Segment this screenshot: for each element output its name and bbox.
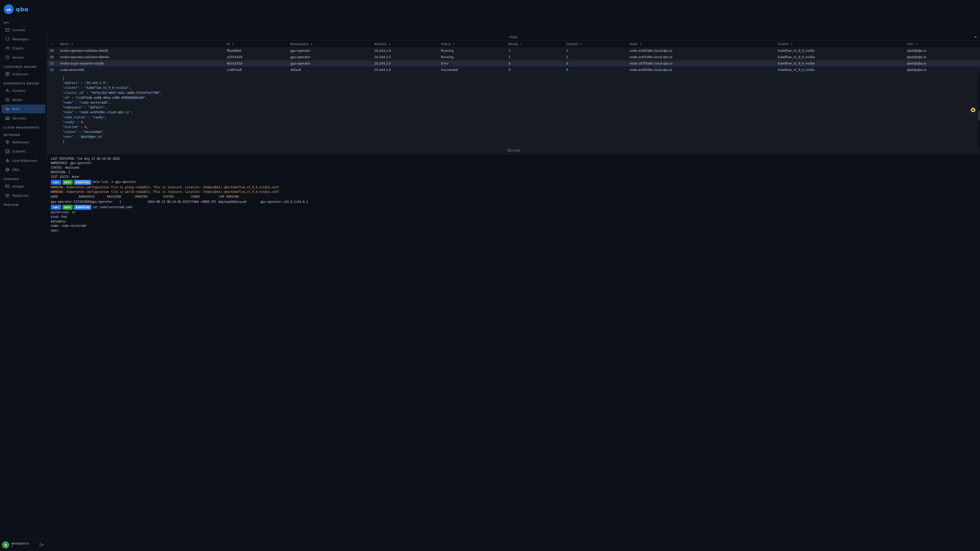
sidebar-item-addresses-label: Addresses (12, 140, 29, 144)
sidebar-item-messages[interactable]: Messages (2, 35, 45, 43)
cell-num: 32 (47, 67, 57, 73)
table-cell: gpu-operator-1723529693 (51, 200, 91, 204)
sidebar-item-version[interactable]: Version (2, 53, 45, 62)
cell-ready: 0 (506, 60, 563, 67)
expand-json-button[interactable]: ● (971, 108, 975, 112)
cell-node: node-ac6f438e.cloud.qbo.io (627, 48, 775, 54)
section-api-label: API (0, 18, 47, 25)
logo-text: qbo (16, 6, 29, 13)
svg-rect-41 (6, 194, 9, 197)
sidebar-item-images-label: Images (12, 184, 24, 188)
sidebar-item-console[interactable]: Console (2, 25, 45, 34)
col-num[interactable]: ↑ (47, 41, 57, 48)
cell-status: Succeeded (438, 67, 506, 73)
sidebar-item-loadbalancers[interactable]: Load Balancers (2, 156, 45, 165)
table-row[interactable]: 32 cuda-vectoradd ccd97ea6 default 10.24… (47, 67, 980, 73)
close-pods-button[interactable]: ✕ (974, 35, 977, 39)
col-ready[interactable]: Ready ↕ (506, 41, 563, 48)
pods-table-body: 29 nvidia-operator-validator-dskd9 f9aad… (47, 48, 980, 73)
cell-name: cuda-vectoradd (57, 67, 224, 73)
sidebar-item-dns[interactable]: DNS (2, 165, 45, 174)
sidebar-item-services[interactable]: Services (2, 114, 45, 122)
cell-ready: 1 (506, 54, 563, 60)
svg-point-3 (8, 47, 9, 48)
svg-point-6 (7, 57, 8, 57)
cell-name: nvidia-dcgm-exporter-vmp8z (57, 60, 224, 67)
sidebar-item-subnets-label: Subnets (12, 149, 26, 153)
cell-started: 1 (564, 54, 627, 60)
svg-rect-9 (6, 74, 7, 76)
svg-line-35 (7, 160, 9, 161)
sidebar-item-instances[interactable]: Instances (2, 70, 45, 78)
json-scrollbar[interactable] (978, 73, 980, 147)
col-started[interactable]: Started ↕ (564, 41, 627, 48)
svg-text:qb: qb (6, 8, 11, 11)
sidebar-item-images[interactable]: Images (2, 182, 45, 191)
table-col-header: APP VERSION (219, 195, 247, 199)
table-row[interactable]: 29 nvidia-operator-validator-dskd9 f9aad… (47, 48, 980, 54)
svg-rect-27 (6, 149, 9, 153)
terminal-line: metadata: (51, 219, 977, 224)
svg-point-26 (7, 141, 8, 143)
col-id[interactable]: Id ↕ (224, 41, 288, 48)
table-cell: deployed (232, 200, 261, 204)
sidebar-item-addresses[interactable]: Addresses (2, 138, 45, 146)
svg-point-31 (7, 161, 8, 162)
sidebar-item-registries[interactable]: Registries (2, 191, 45, 200)
cell-node: node-ac6f438e.cloud.qbo.io (627, 54, 775, 60)
cell-user: qbot@qbo.io (904, 54, 980, 60)
col-address[interactable]: Address ↕ (372, 41, 438, 48)
col-name[interactable]: Name ↕ (57, 41, 224, 48)
svg-rect-18 (6, 98, 9, 101)
sidebar-item-dns-label: DNS (12, 168, 19, 171)
sidebar-item-nodes[interactable]: Nodes (2, 95, 45, 104)
qbo-logo-icon: qb (3, 4, 14, 14)
cell-started: 1 (564, 48, 627, 54)
cell-ready: 1 (506, 48, 563, 54)
sidebar-item-clients-label: Clients (12, 46, 24, 50)
image-icon (5, 184, 10, 189)
terminal-line: REVISION: 1 (51, 170, 977, 175)
col-namespace[interactable]: Namespace ↕ (288, 41, 372, 48)
logout-button[interactable] (39, 541, 45, 548)
cell-id: a2555459 (224, 54, 288, 60)
logo-area: qb qbo (0, 0, 47, 18)
section-preview-label: PREVIEW (0, 200, 47, 207)
cell-node: node-187f0a6d.cloud.qbo.io (627, 60, 775, 67)
svg-point-14 (6, 91, 6, 92)
sidebar-item-pods[interactable]: Pods (2, 105, 45, 113)
prompt-user: qbot (62, 180, 73, 185)
col-node[interactable]: Node ↕ (627, 41, 775, 48)
sidebar-item-clients[interactable]: Clients (2, 44, 45, 52)
json-detail-panel: { "address" : "10.244.1.9", "cluster" : … (47, 73, 980, 147)
user-details: qbot@qbo.io 2 (11, 542, 29, 548)
table-row[interactable]: 31 nvidia-dcgm-exporter-vmp8z 60ce235d g… (47, 60, 980, 67)
cell-name: nvidia-operator-validator-dskd9 (57, 48, 224, 54)
svg-rect-7 (6, 72, 7, 74)
clusters-icon (5, 88, 10, 93)
table-row[interactable]: 30 nvidia-operator-validator-68x4w a2555… (47, 54, 980, 60)
sidebar-item-subnets[interactable]: Subnets (2, 147, 45, 156)
prompt-cmd: cat cuda/vectoradd.yaml (92, 205, 133, 210)
terminal-prompt: (qb) qbot kubeflow helm list -n gpu-oper… (51, 180, 977, 185)
sidebar-item-registries-label: Registries (12, 194, 29, 197)
table-col-header: CHART (191, 195, 219, 199)
col-user[interactable]: User ↕ (904, 41, 980, 48)
table-cell: 2024-08-13 06:14:56.033277464 +0000 UTC … (148, 200, 232, 204)
sidebar-item-messages-label: Messages (12, 37, 29, 41)
cell-ready: 0 (506, 67, 563, 73)
pods-header-bar: Pods ✕ (47, 33, 980, 41)
table-col-header: REVISION (107, 195, 135, 199)
top-panel (47, 0, 980, 33)
table-col-header: UPDATED (135, 195, 163, 199)
pods-title: Pods (359, 35, 668, 39)
terminal-line: STATUS: deployed (51, 165, 977, 170)
col-status[interactable]: Status ↕ (438, 41, 506, 48)
sidebar-item-clusters[interactable]: Clusters (2, 86, 45, 95)
col-cluster[interactable]: Cluster ↕ (775, 41, 904, 48)
terminal-line: apiVersion: v1 (51, 210, 977, 215)
services-icon (5, 116, 10, 121)
terminal-header: Terminal (47, 147, 980, 154)
cell-address: 10.244.1.4 (372, 48, 438, 54)
prompt-open-paren: (qb) (51, 180, 61, 185)
